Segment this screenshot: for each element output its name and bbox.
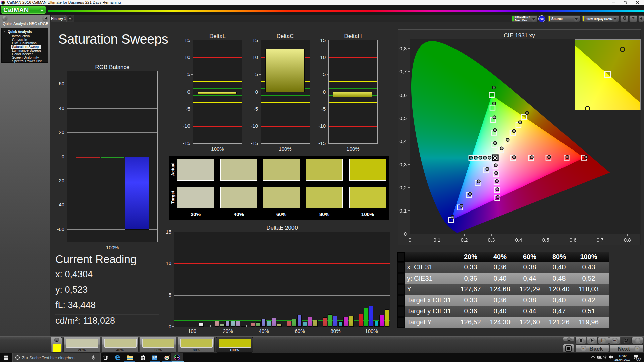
- axis-tick: [191, 92, 193, 92]
- cie-measured-blue-2: [477, 180, 480, 183]
- axis-tick: [546, 234, 546, 236]
- delta-e-bar-80%-2: [333, 316, 338, 327]
- transport-refresh-button[interactable]: [621, 337, 632, 344]
- transport-stop-button[interactable]: [575, 337, 586, 344]
- sidebar-item-colorchecker[interactable]: ColorChecker: [12, 52, 33, 56]
- cie-xtick-3: 0,3: [485, 237, 498, 243]
- taskbar-edge-button[interactable]: [111, 353, 123, 362]
- separator-line: [55, 314, 159, 315]
- task-view-button[interactable]: [99, 353, 111, 362]
- table-row-label-3: Target x:CIE31: [407, 296, 451, 304]
- rgb-balance-title: RGB Balance: [47, 64, 178, 71]
- limit-line: [261, 102, 310, 103]
- next-button[interactable]: Next »: [610, 344, 644, 352]
- workflow-title: Quick Analysis NBC sRGB: [3, 22, 48, 26]
- transport-loop-button[interactable]: ∞: [609, 337, 620, 344]
- grid-line: [67, 205, 157, 205]
- display-control-status-stripe: [583, 16, 584, 21]
- table-cell: 0,48: [544, 275, 574, 282]
- taskbar-explorer-button[interactable]: [124, 353, 136, 362]
- cie-target-green-4: [490, 105, 495, 110]
- tray-date: 25.04.2017: [614, 358, 631, 361]
- taskbar-search-box[interactable]: Zur Suche Text hier eingeben: [12, 353, 101, 362]
- sidebar-dot-button[interactable]: [2, 16, 7, 21]
- grid-line: [67, 108, 157, 109]
- y-tick-label: 40: [52, 105, 64, 111]
- axis-tick: [191, 143, 193, 143]
- tray-chevron-up-icon[interactable]: [591, 356, 595, 358]
- limit-line: [261, 81, 310, 82]
- wifi-icon[interactable]: [603, 355, 607, 359]
- table-cell: 0,36: [456, 307, 485, 315]
- cie-measured-green-2: [493, 129, 496, 132]
- inset-target-square: [605, 72, 611, 78]
- bottom-bar: 20%40%60%80%100% [··]∞ « Back Next »: [0, 336, 644, 353]
- y-tick-label: -15: [313, 140, 326, 146]
- minimize-button[interactable]: [608, 0, 619, 5]
- delta-l-title: DeltaL: [173, 33, 262, 40]
- axis-tick: [65, 229, 67, 229]
- limit-line: [329, 81, 377, 82]
- source-dropdown[interactable]: Source: [548, 15, 580, 22]
- transport-play-button[interactable]: [587, 337, 598, 344]
- sidebar-item-screen-uniformity[interactable]: Screen Uniformity: [12, 56, 39, 59]
- taskbar-photos-button[interactable]: [149, 353, 161, 362]
- table-cell: 0,36: [456, 275, 485, 282]
- speaker-icon[interactable]: [609, 355, 613, 359]
- grid-line: [261, 92, 310, 92]
- microphone-icon[interactable]: [92, 355, 95, 360]
- back-chevrons-icon: «: [581, 346, 586, 351]
- sidebar-item-saturation-sweeps[interactable]: Saturation Sweeps: [11, 45, 41, 49]
- axis-tick: [191, 40, 193, 40]
- axis-tick: [627, 234, 628, 236]
- limit-line: [193, 126, 242, 127]
- sidebar-collapse-button[interactable]: [43, 16, 48, 21]
- cie-measured-cyan-5: [469, 156, 472, 159]
- sidebar-item-grayscale[interactable]: Grayscale: [12, 38, 27, 42]
- settings-button[interactable]: [620, 15, 628, 22]
- sidebar-item-spectral-power-dist-[interactable]: Spectral Power Dist.: [12, 59, 43, 63]
- restore-button[interactable]: [621, 0, 631, 5]
- axis-tick: [327, 74, 328, 75]
- cortana-icon: [15, 355, 20, 360]
- sidebar-item-introduction[interactable]: Introduction: [12, 34, 30, 38]
- cie-measured-yellow-3: [512, 130, 515, 133]
- grid-line: [67, 132, 157, 133]
- sidebar-item-cms-calibration[interactable]: CMS Calibration: [12, 41, 37, 45]
- transport-step-button[interactable]: [··]: [598, 337, 609, 344]
- back-button[interactable]: « Back: [576, 344, 609, 352]
- taskbar-calman-button[interactable]: CM: [171, 353, 183, 362]
- y-tick-label: 5: [313, 71, 326, 77]
- taskbar-store-button[interactable]: [137, 353, 149, 362]
- calman-logo-button[interactable]: CalMAN: [1, 6, 46, 14]
- limit-line: [329, 126, 377, 127]
- table-cell: 0,40: [544, 296, 574, 304]
- delta-c-title: DeltaC: [240, 33, 330, 40]
- source-dropdown-label: Source: [551, 17, 563, 21]
- grid-line: [193, 126, 242, 127]
- y-tick-label: -40: [52, 202, 64, 207]
- meter-dropdown[interactable]: X-Rite i1Pro 2Direct View: [511, 15, 537, 22]
- help-button[interactable]: ?: [629, 15, 637, 22]
- table-cell: 126,52: [456, 318, 485, 326]
- grid-line: [261, 109, 310, 109]
- rgb-balance-plot: [67, 71, 158, 242]
- logo-dropdown-chevron-icon[interactable]: [39, 8, 44, 13]
- start-button[interactable]: [0, 353, 12, 362]
- transport-blank-button[interactable]: [632, 337, 643, 344]
- cie-xtick-1: 0,1: [430, 237, 444, 243]
- display-control-dropdown[interactable]: Direct Display Control: [582, 15, 619, 22]
- grid-line: [193, 57, 242, 58]
- close-button[interactable]: [633, 0, 643, 5]
- tray-clock[interactable]: 18:32 25.04.2017: [614, 354, 631, 361]
- tree-root-quick-analysis[interactable]: Quick Analysis: [8, 30, 32, 34]
- cie-ytick-8: 0,8: [396, 46, 407, 51]
- meter-badge[interactable]: 230: [538, 15, 545, 22]
- x-axis-label: 100%: [328, 146, 378, 152]
- limit-line: [193, 88, 242, 89]
- sidebar-item-luminance-sweeps[interactable]: Luminance Sweeps: [12, 49, 41, 52]
- collapse-toolbar-button[interactable]: [638, 15, 644, 22]
- axis-tick: [408, 187, 410, 188]
- axis-tick: [282, 325, 282, 327]
- battery-icon[interactable]: [597, 356, 602, 359]
